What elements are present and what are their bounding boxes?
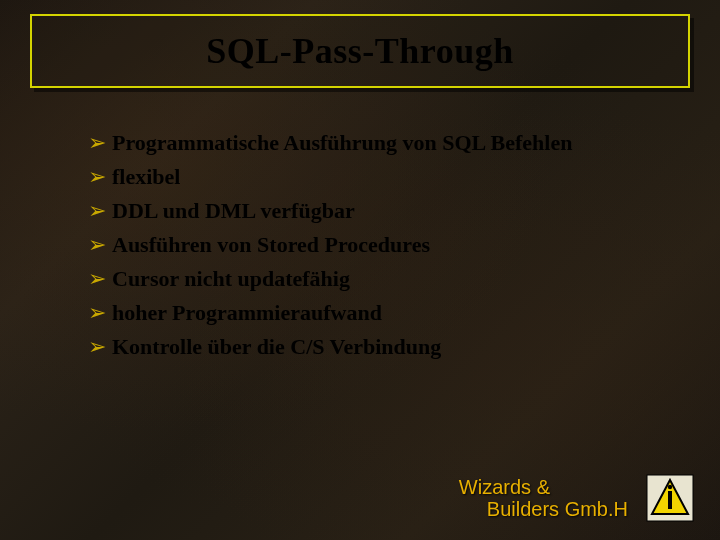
bullet-icon: ➢ <box>88 298 106 328</box>
list-item: ➢ Ausführen von Stored Procedures <box>88 230 680 260</box>
footer-line1: Wizards & <box>459 476 628 498</box>
bullet-text: Kontrolle über die C/S Verbindung <box>112 332 441 362</box>
list-item: ➢ Kontrolle über die C/S Verbindung <box>88 332 680 362</box>
bullet-icon: ➢ <box>88 196 106 226</box>
list-item: ➢ Cursor nicht updatefähig <box>88 264 680 294</box>
slide-title: SQL-Pass-Through <box>206 30 513 72</box>
list-item: ➢ Programmatische Ausführung von SQL Bef… <box>88 128 680 158</box>
bullet-list: ➢ Programmatische Ausführung von SQL Bef… <box>88 128 680 366</box>
list-item: ➢ DDL und DML verfügbar <box>88 196 680 226</box>
bullet-text: DDL und DML verfügbar <box>112 196 355 226</box>
svg-rect-3 <box>668 491 672 509</box>
bullet-icon: ➢ <box>88 230 106 260</box>
company-logo-icon <box>646 474 694 522</box>
svg-point-2 <box>668 485 672 489</box>
list-item: ➢ hoher Programmieraufwand <box>88 298 680 328</box>
bullet-text: Programmatische Ausführung von SQL Befeh… <box>112 128 572 158</box>
bullet-text: flexibel <box>112 162 180 192</box>
footer-company: Wizards & Builders Gmb.H <box>459 476 628 520</box>
bullet-text: hoher Programmieraufwand <box>112 298 382 328</box>
bullet-icon: ➢ <box>88 162 106 192</box>
bullet-icon: ➢ <box>88 332 106 362</box>
list-item: ➢ flexibel <box>88 162 680 192</box>
bullet-icon: ➢ <box>88 264 106 294</box>
bullet-text: Ausführen von Stored Procedures <box>112 230 430 260</box>
footer-line2: Builders Gmb.H <box>459 498 628 520</box>
title-container: SQL-Pass-Through <box>30 14 690 88</box>
footer: Wizards & Builders Gmb.H <box>459 474 694 522</box>
bullet-text: Cursor nicht updatefähig <box>112 264 350 294</box>
bullet-icon: ➢ <box>88 128 106 158</box>
